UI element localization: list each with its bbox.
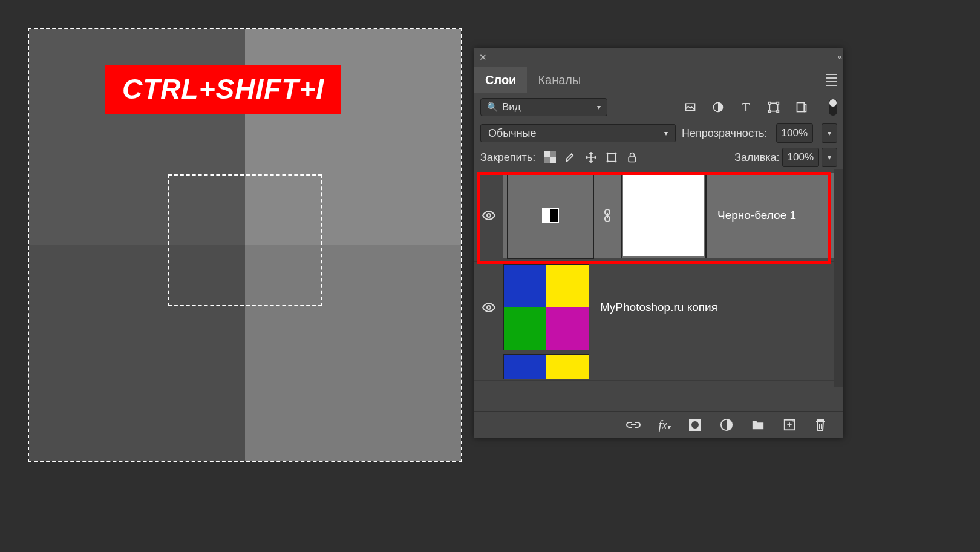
new-group-icon[interactable] <box>751 419 765 431</box>
opacity-label: Непрозрачность: <box>682 127 767 140</box>
mask-thumbnail[interactable] <box>621 172 707 258</box>
lock-artboard-icon[interactable] <box>606 151 618 163</box>
layer-row[interactable]: MyPhotoshop.ru копия <box>474 262 843 353</box>
link-mask-icon[interactable] <box>603 208 612 223</box>
panel-tabs: Слои Каналы <box>474 67 843 93</box>
lock-transparency-icon[interactable] <box>544 151 556 163</box>
layer-thumbnail[interactable] <box>503 264 589 350</box>
layer-name[interactable]: Черно-белое 1 <box>717 209 796 222</box>
filter-pixel-icon[interactable] <box>684 100 697 114</box>
svg-point-17 <box>487 306 491 309</box>
panel-titlebar: ✕ « <box>474 48 843 67</box>
layer-thumbnail[interactable] <box>503 354 589 380</box>
add-mask-icon[interactable] <box>688 418 702 432</box>
layer-visibility-toggle[interactable] <box>474 208 503 223</box>
new-adjustment-icon[interactable] <box>720 418 733 432</box>
blend-mode-select[interactable]: Обычные ▾ <box>480 124 676 142</box>
layer-name[interactable]: MyPhotoshop.ru копия <box>600 301 717 314</box>
layer-filter-row: 🔍 Вид ▾ T <box>474 93 843 121</box>
svg-rect-3 <box>769 102 771 104</box>
fill-chevron-icon[interactable]: ▾ <box>822 148 837 167</box>
filter-smartobject-icon[interactable] <box>795 100 808 114</box>
panel-menu-icon[interactable] <box>826 74 837 86</box>
svg-rect-11 <box>608 153 616 161</box>
layers-list: Черно-белое 1 MyPhotoshop.ru копия <box>474 169 843 387</box>
chevron-down-icon: ▾ <box>664 129 668 137</box>
fill-label: Заливка: <box>734 151 779 164</box>
filter-adjustment-icon[interactable] <box>711 100 725 114</box>
svg-rect-9 <box>544 151 550 157</box>
filter-toggle[interactable] <box>829 99 837 116</box>
shortcut-overlay: CTRL+SHIFT+I <box>105 65 341 114</box>
filter-shape-icon[interactable] <box>767 100 780 114</box>
chevron-down-icon: ▾ <box>597 103 601 111</box>
delete-layer-icon[interactable] <box>814 418 826 432</box>
layer-effects-icon[interactable]: fx▾ <box>659 418 670 432</box>
lock-all-icon[interactable] <box>626 151 638 163</box>
layer-row[interactable] <box>474 353 843 381</box>
tab-channels[interactable]: Каналы <box>527 67 592 93</box>
filter-label: Вид <box>502 101 597 113</box>
layer-type-filter[interactable]: 🔍 Вид ▾ <box>480 98 607 116</box>
svg-rect-5 <box>769 110 771 112</box>
selection-marquee[interactable] <box>168 174 322 306</box>
svg-rect-6 <box>777 110 779 112</box>
collapse-icon[interactable]: « <box>838 52 840 61</box>
filter-icons: T <box>684 99 837 116</box>
blend-opacity-row: Обычные ▾ Непрозрачность: 100% ▾ <box>474 121 843 145</box>
lock-label: Закрепить: <box>480 151 535 164</box>
filter-text-icon[interactable]: T <box>739 100 753 114</box>
close-icon[interactable]: ✕ <box>479 52 487 63</box>
adjustment-thumbnail[interactable] <box>507 172 594 259</box>
svg-rect-4 <box>777 102 779 104</box>
search-icon: 🔍 <box>487 102 498 113</box>
svg-rect-12 <box>629 157 636 162</box>
lock-brush-icon[interactable] <box>564 151 577 163</box>
link-layers-icon[interactable] <box>626 419 641 431</box>
tab-layers[interactable]: Слои <box>474 67 527 93</box>
new-layer-icon[interactable] <box>783 418 796 432</box>
layers-panel-footer: fx▾ <box>474 411 843 438</box>
lock-fill-row: Закрепить: Заливка: 100% ▾ <box>474 145 843 169</box>
fill-value[interactable]: 100% <box>782 148 819 167</box>
blend-mode-value: Обычные <box>488 127 537 140</box>
layers-panel: ✕ « Слои Каналы 🔍 Вид ▾ T <box>474 48 843 438</box>
opacity-chevron-icon[interactable]: ▾ <box>822 123 837 143</box>
svg-point-13 <box>487 214 491 217</box>
black-white-icon <box>542 208 559 223</box>
svg-rect-10 <box>550 157 556 163</box>
opacity-value[interactable]: 100% <box>776 123 813 143</box>
layer-row[interactable]: Черно-белое 1 <box>474 169 843 262</box>
svg-point-19 <box>691 421 699 429</box>
lock-move-icon[interactable] <box>585 151 597 163</box>
svg-rect-7 <box>797 103 805 112</box>
layer-visibility-toggle[interactable] <box>474 300 503 315</box>
